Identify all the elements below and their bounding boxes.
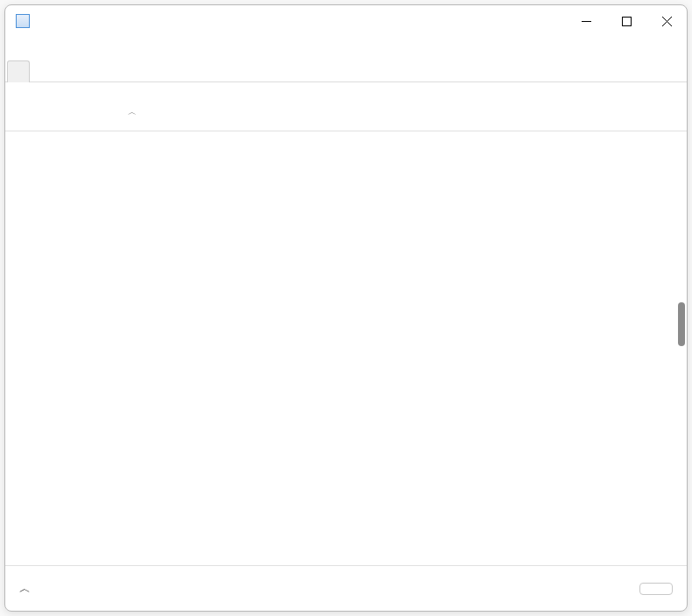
fewer-details-toggle[interactable]: ︿ (19, 581, 639, 597)
menu-file[interactable] (12, 37, 30, 56)
sort-chevron-icon: ︿ (128, 106, 137, 118)
menubar (5, 37, 687, 56)
app-icon (16, 14, 30, 28)
scrollbar[interactable] (674, 131, 687, 565)
tab-details[interactable] (114, 60, 135, 81)
menu-options[interactable] (30, 37, 47, 56)
maximize-button[interactable] (606, 7, 646, 35)
end-task-button[interactable] (639, 583, 673, 595)
header-cpu[interactable] (448, 124, 524, 125)
group-windows-processes (5, 131, 687, 159)
tab-users[interactable] (93, 60, 114, 81)
minimize-button[interactable] (566, 7, 606, 35)
svg-rect-1 (622, 17, 631, 25)
tab-performance[interactable] (30, 60, 51, 81)
tab-app-history[interactable] (51, 60, 72, 81)
header-memory[interactable] (524, 124, 599, 125)
menu-view[interactable] (47, 37, 65, 56)
tab-services[interactable] (135, 60, 156, 81)
tab-processes[interactable] (7, 60, 30, 82)
close-button[interactable] (646, 7, 687, 35)
chevron-up-icon: ︿ (19, 581, 31, 597)
task-manager-window: ︿ ︿ (4, 4, 688, 612)
tabbar (5, 56, 687, 82)
footer: ︿ (5, 565, 687, 611)
process-list[interactable] (5, 131, 687, 565)
scrollbar-thumb[interactable] (678, 302, 685, 346)
titlebar[interactable] (5, 5, 687, 37)
header-disk[interactable] (599, 124, 674, 125)
column-headers: ︿ (5, 82, 687, 131)
tab-startup[interactable] (72, 60, 93, 81)
